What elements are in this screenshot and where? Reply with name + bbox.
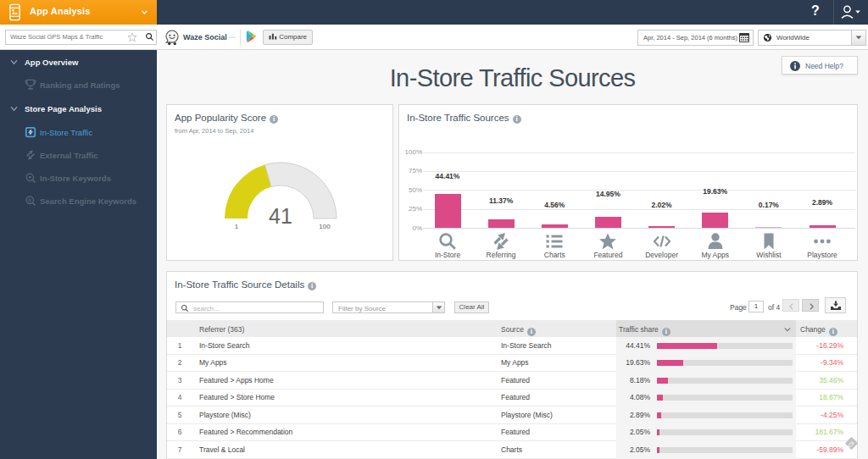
svg-text:100: 100 bbox=[319, 223, 331, 230]
svg-text:41: 41 bbox=[269, 204, 292, 228]
svg-text:1: 1 bbox=[235, 223, 239, 230]
